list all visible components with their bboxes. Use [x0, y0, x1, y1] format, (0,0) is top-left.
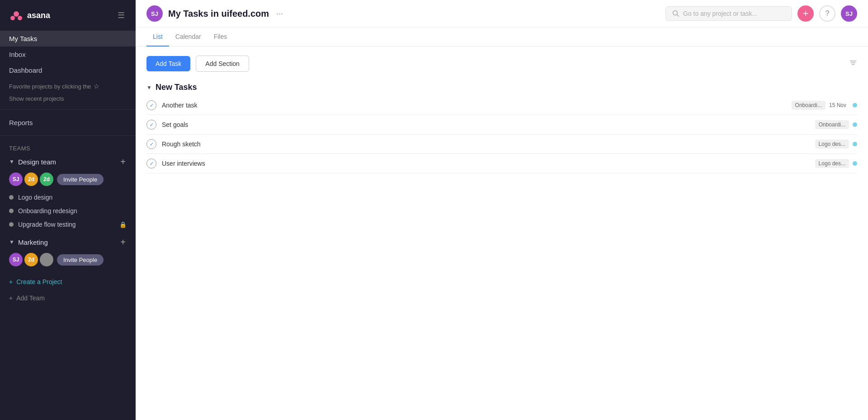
team-design-header[interactable]: ▼ Design team + [0, 154, 136, 170]
project-logo-design[interactable]: Logo design [0, 191, 136, 204]
help-button[interactable]: ? [819, 5, 835, 22]
team-marketing-header[interactable]: ▼ Marketing + [0, 234, 136, 250]
sidebar-item-inbox[interactable]: Inbox [0, 47, 136, 62]
table-row[interactable]: ✓ Rough sketch Logo des... [146, 135, 857, 154]
project-dot [9, 222, 14, 227]
add-section-button[interactable]: Add Section [196, 56, 249, 72]
svg-point-0 [14, 11, 19, 17]
project-dot [9, 195, 14, 200]
asana-logo-icon [9, 8, 24, 23]
search-placeholder: Go to any project or task... [683, 10, 757, 17]
task-tags-3: Logo des... [815, 159, 857, 168]
page-avatar: SJ [146, 5, 163, 22]
task-toolbar: Add Task Add Section [146, 56, 857, 72]
divider [0, 135, 136, 136]
avatar: 2d [24, 253, 38, 266]
team-marketing-name: Marketing [18, 238, 48, 246]
user-avatar[interactable]: SJ [841, 5, 857, 22]
task-check-1[interactable]: ✓ [146, 120, 156, 130]
filter-button[interactable] [849, 59, 857, 69]
team-add-button[interactable]: + [119, 238, 127, 247]
avatar: 2d [24, 173, 38, 186]
task-name-3: User interviews [162, 160, 815, 167]
sidebar-collapse-button[interactable]: ☰ [116, 9, 127, 21]
page-title: My Tasks in uifeed.com [168, 9, 269, 19]
table-row[interactable]: ✓ Another task Onboardi... 15 Nov [146, 96, 857, 115]
project-dot [9, 209, 14, 213]
content-area: Add Task Add Section ▼ New Tasks ✓ Anoth… [136, 47, 868, 420]
create-project-button[interactable]: + Create a Project [0, 274, 136, 290]
team-design-name: Design team [18, 158, 56, 166]
task-dot-0 [853, 103, 857, 107]
plus-icon: + [9, 278, 13, 285]
topbar-right: Go to any project or task... + ? SJ [665, 5, 857, 22]
marketing-team-invite-button[interactable]: Invite People [57, 254, 104, 266]
task-check-2[interactable]: ✓ [146, 139, 156, 149]
task-tag-3: Logo des... [815, 159, 849, 168]
task-tag-1: Onboardi... [815, 120, 849, 129]
main-content: SJ My Tasks in uifeed.com ··· Go to any … [136, 0, 868, 420]
task-name-0: Another task [162, 102, 792, 109]
team-add-button[interactable]: + [119, 157, 127, 166]
topbar-left: SJ My Tasks in uifeed.com ··· [146, 5, 285, 22]
task-date-0: 15 Nov [829, 102, 846, 108]
tab-files[interactable]: Files [208, 28, 234, 47]
tab-calendar[interactable]: Calendar [169, 28, 208, 47]
svg-point-2 [18, 16, 22, 20]
section-title: New Tasks [156, 83, 197, 92]
teams-label: Teams [0, 140, 136, 154]
task-dot-2 [853, 142, 857, 146]
global-add-button[interactable]: + [797, 5, 814, 22]
avatar [40, 253, 53, 266]
sidebar-item-reports[interactable]: Reports [0, 114, 136, 131]
table-row[interactable]: ✓ Set goals Onboardi... [146, 115, 857, 135]
svg-line-4 [677, 15, 679, 17]
team-marketing-members: SJ 2d Invite People [0, 250, 136, 271]
avatar: SJ [9, 173, 23, 186]
avatar: 2d [40, 173, 53, 186]
task-tags-1: Onboardi... [815, 120, 857, 129]
task-name-2: Rough sketch [162, 140, 815, 148]
lock-icon: 🔒 [119, 221, 127, 228]
task-check-3[interactable]: ✓ [146, 159, 156, 168]
chevron-down-icon: ▼ [9, 239, 14, 245]
svg-point-1 [10, 16, 15, 20]
show-recent-projects[interactable]: Show recent projects [0, 93, 136, 105]
divider [0, 109, 136, 110]
design-team-invite-button[interactable]: Invite People [57, 174, 104, 185]
tab-list[interactable]: List [146, 28, 169, 47]
team-marketing: ▼ Marketing + SJ 2d Invite People [0, 234, 136, 271]
add-team-button[interactable]: + Add Team [0, 290, 136, 306]
table-row[interactable]: ✓ User interviews Logo des... [146, 154, 857, 173]
task-list: ✓ Another task Onboardi... 15 Nov ✓ Set … [146, 96, 857, 173]
sidebar-item-label: My Tasks [9, 35, 37, 42]
sidebar-item-label: Inbox [9, 51, 26, 58]
more-options-button[interactable]: ··· [274, 7, 285, 20]
team-design: ▼ Design team + SJ 2d 2d Invite People L… [0, 154, 136, 231]
tabs-bar: List Calendar Files [136, 28, 868, 47]
task-check-0[interactable]: ✓ [146, 100, 156, 110]
asana-logo: asana [9, 8, 50, 23]
asana-logo-text: asana [27, 11, 50, 20]
sidebar-nav: My Tasks Inbox Dashboard [0, 29, 136, 80]
add-task-button[interactable]: Add Task [146, 56, 190, 71]
team-marketing-header-left: ▼ Marketing [9, 238, 48, 246]
task-tags-0: Onboardi... 15 Nov [792, 101, 857, 110]
sidebar: asana ☰ My Tasks Inbox Dashboard Favorit… [0, 0, 136, 420]
plus-icon: + [9, 294, 13, 302]
team-design-members: SJ 2d 2d Invite People [0, 170, 136, 191]
project-upgrade-flow-testing[interactable]: Upgrade flow testing 🔒 [0, 218, 136, 231]
chevron-down-icon[interactable]: ▼ [146, 84, 152, 91]
sidebar-item-my-tasks[interactable]: My Tasks [0, 31, 136, 47]
task-tag-0: Onboardi... [792, 101, 826, 110]
chevron-down-icon: ▼ [9, 159, 14, 165]
sidebar-item-dashboard[interactable]: Dashboard [0, 62, 136, 78]
favorite-hint: Favorite projects by clicking the ☆ [0, 80, 136, 93]
task-tag-2: Logo des... [815, 140, 849, 149]
project-onboarding-redesign[interactable]: Onboarding redesign [0, 204, 136, 218]
search-box[interactable]: Go to any project or task... [665, 6, 792, 21]
team-design-header-left: ▼ Design team [9, 158, 56, 166]
topbar: SJ My Tasks in uifeed.com ··· Go to any … [136, 0, 868, 28]
search-icon [672, 10, 679, 17]
avatar: SJ [9, 253, 23, 266]
